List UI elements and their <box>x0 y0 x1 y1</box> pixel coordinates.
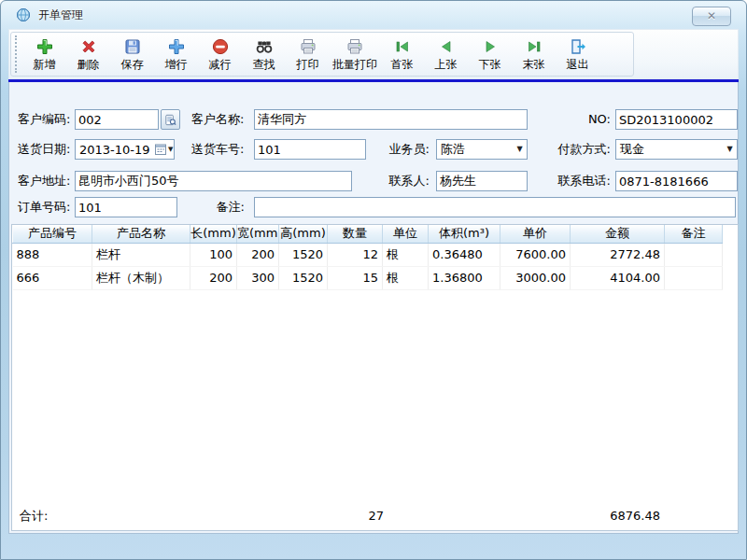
table-row[interactable]: 888栏杆100200152012根0.364807600.002772.48 <box>13 243 723 266</box>
no-label: NO: <box>570 109 611 130</box>
toolbar-button-add-row[interactable]: 增行 <box>154 33 198 76</box>
grid-column-header[interactable]: 产品编号 <box>13 225 92 243</box>
total-amount: 6876.48 <box>12 506 660 526</box>
table-cell[interactable]: 2772.48 <box>571 243 665 266</box>
remove-row-icon <box>211 37 230 56</box>
table-cell[interactable] <box>665 243 723 266</box>
delivery-vehicle-input[interactable] <box>254 139 366 160</box>
prev-icon <box>437 37 456 56</box>
contact-person-input[interactable] <box>436 171 528 191</box>
table-cell[interactable]: 100 <box>190 243 237 266</box>
next-icon <box>481 37 500 56</box>
table-cell[interactable]: 4104.00 <box>571 266 665 289</box>
grid-column-header[interactable]: 宽(mm) <box>237 225 279 243</box>
grid-column-header[interactable]: 长(mm) <box>190 225 237 243</box>
contact-phone-label: 联系电话: <box>542 171 611 191</box>
toolbar-button-new[interactable]: 新增 <box>22 33 66 76</box>
toolbar-button-label: 末张 <box>523 57 545 73</box>
table-cell[interactable]: 1.36800 <box>429 266 500 289</box>
toolbar-button-batch-print[interactable]: 批量打印 <box>330 33 380 76</box>
remark-label: 备注: <box>196 197 245 217</box>
grid-column-header[interactable]: 单价 <box>500 225 571 243</box>
table-cell[interactable]: 1520 <box>279 266 328 289</box>
toolbar-button-label: 下张 <box>479 57 501 73</box>
delivery-date-input[interactable]: 2013-10-19 ▼ <box>75 139 175 160</box>
window-title: 开单管理 <box>38 1 83 29</box>
titlebar: 开单管理 ✕ <box>1 1 746 29</box>
toolbar-grip-handle[interactable] <box>15 35 18 73</box>
table-cell[interactable]: 200 <box>190 266 237 289</box>
calendar-icon <box>154 143 167 156</box>
batch-print-icon <box>345 37 364 56</box>
browse-icon <box>163 113 177 127</box>
grid-body: 888栏杆100200152012根0.364807600.002772.486… <box>13 243 723 289</box>
contact-phone-input[interactable] <box>615 171 738 191</box>
grid-column-header[interactable]: 产品名称 <box>92 225 190 243</box>
grid-column-header[interactable]: 体积(m³) <box>429 225 500 243</box>
toolbar-button-label: 查找 <box>253 57 275 73</box>
table-row[interactable]: 666栏杆（木制）200300152015根1.368003000.004104… <box>13 266 723 289</box>
table-cell[interactable]: 300 <box>237 266 279 289</box>
table-cell[interactable]: 888 <box>13 243 92 266</box>
print-icon <box>299 37 317 56</box>
toolbar-button-first[interactable]: 首张 <box>380 33 424 76</box>
customer-lookup-button[interactable] <box>161 109 180 130</box>
close-button[interactable]: ✕ <box>692 7 731 26</box>
table-cell[interactable]: 3000.00 <box>500 266 571 289</box>
grid-column-header[interactable]: 金额 <box>571 225 665 243</box>
table-cell[interactable]: 栏杆 <box>92 243 190 266</box>
salesman-select[interactable]: 陈浩 ▼ <box>436 139 528 160</box>
toolbar: 新增删除保存增行减行查找打印批量打印首张上张下张末张退出 <box>8 29 739 79</box>
grid-column-header[interactable]: 单位 <box>383 225 429 243</box>
table-cell[interactable]: 栏杆（木制） <box>92 266 190 289</box>
toolbar-button-label: 减行 <box>209 57 232 73</box>
customer-address-input[interactable] <box>75 171 352 191</box>
delivery-date-value: 2013-10-19 <box>76 143 154 157</box>
table-cell[interactable] <box>665 266 723 289</box>
grid-column-header[interactable]: 备注 <box>665 225 723 243</box>
toolbar-button-save[interactable]: 保存 <box>110 33 154 76</box>
table-cell[interactable]: 7600.00 <box>500 243 571 266</box>
last-icon <box>525 37 543 56</box>
customer-code-input[interactable] <box>75 109 159 130</box>
customer-address-label: 客户地址: <box>18 171 70 191</box>
salesman-value: 陈浩 <box>437 140 513 159</box>
toolbar-button-prev[interactable]: 上张 <box>424 33 468 76</box>
add-row-icon <box>167 37 186 56</box>
grid-column-header[interactable]: 数量 <box>328 225 383 243</box>
table-cell[interactable]: 根 <box>383 243 429 266</box>
toolbar-button-delete[interactable]: 删除 <box>66 33 110 76</box>
toolbar-button-print[interactable]: 打印 <box>286 33 330 76</box>
customer-name-label: 客户名称: <box>191 109 244 130</box>
remark-input[interactable] <box>254 197 736 217</box>
toolbar-button-last[interactable]: 末张 <box>512 33 556 76</box>
billing-window: 开单管理 ✕ 新增删除保存增行减行查找打印批量打印首张上张下张末张退出 客户编码… <box>0 0 747 560</box>
find-icon <box>255 37 274 56</box>
grid-column-header[interactable]: 高(mm) <box>279 225 328 243</box>
toolbar-button-find[interactable]: 查找 <box>242 33 286 76</box>
grid-header-row: 产品编号产品名称长(mm)宽(mm)高(mm)数量单位体积(m³)单价金额备注 <box>13 225 723 243</box>
table-cell[interactable]: 666 <box>13 266 92 289</box>
table-cell[interactable]: 0.36480 <box>429 243 500 266</box>
add-icon <box>35 37 54 56</box>
toolbar-button-label: 退出 <box>567 57 589 73</box>
toolbar-button-exit[interactable]: 退出 <box>556 33 599 76</box>
toolbar-button-label: 打印 <box>297 57 319 73</box>
table-cell[interactable]: 1520 <box>279 243 328 266</box>
table-cell[interactable]: 根 <box>383 266 429 289</box>
customer-name-input[interactable] <box>254 109 528 130</box>
toolbar-button-label: 首张 <box>391 57 414 73</box>
table-cell[interactable]: 12 <box>328 243 383 266</box>
table-cell[interactable]: 15 <box>328 266 383 289</box>
payment-method-select[interactable]: 现金 ▼ <box>615 139 738 160</box>
table-cell[interactable]: 200 <box>237 243 279 266</box>
order-number-input[interactable] <box>75 197 177 217</box>
toolbar-button-next[interactable]: 下张 <box>468 33 512 76</box>
no-input[interactable] <box>615 109 738 130</box>
payment-method-label: 付款方式: <box>549 139 611 160</box>
toolbar-panel: 新增删除保存增行减行查找打印批量打印首张上张下张末张退出 <box>10 32 634 77</box>
totals-row: 27 6876.48 合计: <box>12 506 738 526</box>
toolbar-button-label: 保存 <box>121 57 144 73</box>
toolbar-button-remove-row[interactable]: 减行 <box>198 33 242 76</box>
delete-icon <box>79 37 98 56</box>
